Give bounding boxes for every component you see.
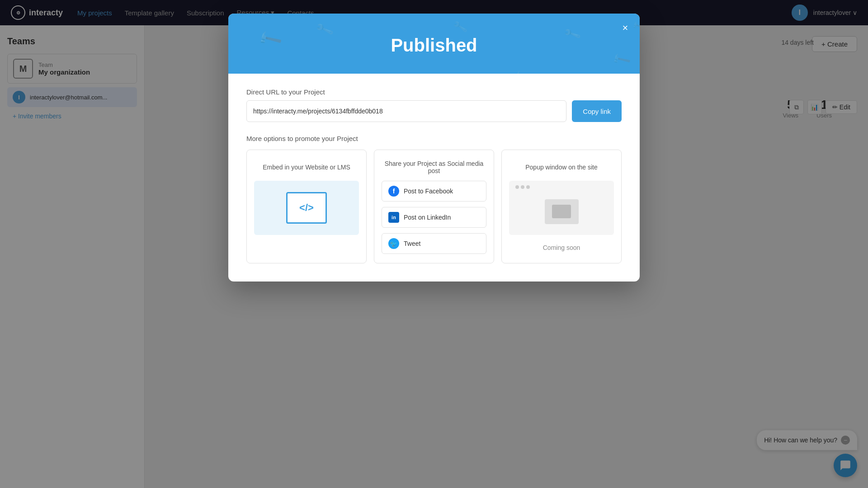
popup-window: [545, 199, 579, 224]
copy-link-button[interactable]: Copy link: [572, 100, 622, 122]
options-grid: Embed in your Website or LMS </> Share y…: [246, 150, 622, 263]
url-input[interactable]: [246, 100, 566, 122]
popup-dots: [515, 185, 530, 189]
modal-header: 🔨 🔧 🔨 🔧 🔨 🔧 🔨 🔧 🔨 Published ×: [228, 14, 640, 74]
svg-text:🔧: 🔧: [453, 19, 468, 34]
embed-card: Embed in your Website or LMS </>: [246, 150, 367, 263]
popup-card-title: Popup window on the site: [509, 159, 614, 175]
modal: 🔨 🔧 🔨 🔧 🔨 🔧 🔨 🔧 🔨 Published × Direct URL…: [228, 14, 640, 282]
embed-preview: </>: [254, 181, 359, 235]
modal-close-button[interactable]: ×: [618, 21, 632, 35]
svg-text:🔨: 🔨: [392, 73, 416, 74]
tweet-button[interactable]: 🐦 Tweet: [382, 233, 486, 254]
embed-card-title: Embed in your Website or LMS: [254, 159, 359, 175]
modal-title: Published: [246, 35, 622, 56]
linkedin-icon: in: [388, 212, 399, 223]
url-row: Copy link: [246, 100, 622, 122]
twitter-label: Tweet: [404, 240, 420, 247]
popup-card: Popup window on the site Coming soon: [501, 150, 622, 263]
dot-3: [526, 185, 530, 189]
linkedin-label: Post on LinkedIn: [404, 214, 451, 221]
code-icon: </>: [286, 192, 327, 224]
coming-soon-label: Coming soon: [509, 244, 614, 251]
svg-text:🔨: 🔨: [513, 65, 536, 74]
modal-overlay: 🔨 🔧 🔨 🔧 🔨 🔧 🔨 🔧 🔨 Published × Direct URL…: [0, 0, 868, 488]
dot-2: [521, 185, 524, 189]
dot-1: [515, 185, 519, 189]
modal-body: Direct URL to your Project Copy link Mor…: [228, 74, 640, 282]
url-label: Direct URL to your Project: [246, 88, 622, 96]
promote-label: More options to promote your Project: [246, 135, 622, 142]
twitter-icon: 🐦: [388, 238, 399, 249]
social-card: Share your Project as Social media post …: [374, 150, 494, 263]
facebook-label: Post to Facebook: [404, 188, 453, 195]
social-card-title: Share your Project as Social media post: [382, 159, 486, 175]
popup-preview: [509, 181, 614, 235]
post-to-facebook-button[interactable]: f Post to Facebook: [382, 181, 486, 202]
popup-inner: [552, 205, 571, 218]
post-on-linkedin-button[interactable]: in Post on LinkedIn: [382, 207, 486, 228]
facebook-icon: f: [388, 186, 399, 197]
